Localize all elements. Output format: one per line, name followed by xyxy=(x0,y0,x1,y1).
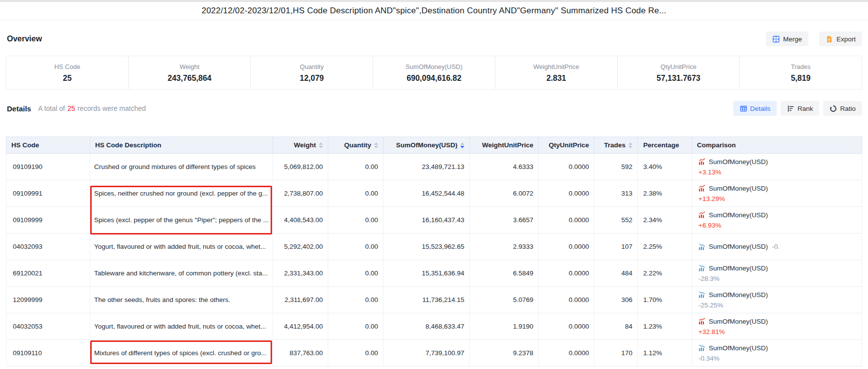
sort-desc-caret-icon[interactable] xyxy=(319,146,323,148)
cell-qty_unit_price: 0.0000 xyxy=(539,207,594,234)
sort-desc-caret-icon[interactable] xyxy=(460,146,464,148)
cell-description: Spices, neither crushed nor ground (excl… xyxy=(90,180,273,207)
cell-trades: 592 xyxy=(594,154,638,180)
stat-trades: Trades5,819 xyxy=(740,56,862,89)
comparison-change-value: +13.29% xyxy=(698,195,857,203)
cell-hs_code: 09109110 xyxy=(6,340,90,367)
column-header-comparison: Comparison xyxy=(692,137,862,154)
column-header-qty_unit_price: QtyUnitPrice xyxy=(539,137,594,154)
overview-heading: Overview xyxy=(7,34,42,43)
column-header-trades[interactable]: Trades xyxy=(594,137,638,154)
cell-weight_unit_price: 5.0769 xyxy=(470,287,539,313)
cell-weight_unit_price: 4.6333 xyxy=(470,154,539,180)
cell-percentage: 1.70% xyxy=(638,287,692,313)
stat-value: 243,765,864 xyxy=(129,74,250,83)
sort-carets-sum_of_money[interactable] xyxy=(460,142,464,148)
cell-hs_code: 04032093 xyxy=(6,234,90,260)
export-button[interactable]: Export xyxy=(819,32,862,46)
cell-quantity: 0.00 xyxy=(328,207,383,234)
cell-quantity: 0.00 xyxy=(328,340,383,367)
tab-ratio[interactable]: Ratio xyxy=(823,101,862,116)
cell-quantity: 0.00 xyxy=(328,180,383,207)
stat-weightunitprice: WeightUnitPrice2.831 xyxy=(495,56,618,89)
cell-trades: 306 xyxy=(594,287,638,313)
hs-code-summary-report-page: 2022/12/02-2023/12/01,HS Code Descriptio… xyxy=(0,0,868,369)
cell-trades: 484 xyxy=(594,260,638,287)
cell-percentage: 1.23% xyxy=(638,313,692,340)
column-label: Trades xyxy=(604,141,625,149)
comparison-change-value: +3.13% xyxy=(698,168,857,177)
trend-down-chart-icon xyxy=(698,265,706,271)
cell-description: Crushed or ground mixtures of different … xyxy=(90,154,273,180)
stat-value: 25 xyxy=(6,74,128,83)
table-header-row: HS CodeHS Code DescriptionWeightQuantity… xyxy=(6,137,862,154)
overview-stats-card: HS Code25Weight243,765,864Quantity12,079… xyxy=(6,56,862,90)
column-header-quantity[interactable]: Quantity xyxy=(328,137,383,154)
stat-value: 2.831 xyxy=(495,74,617,83)
sort-asc-caret-icon[interactable] xyxy=(319,142,323,145)
cell-weight_unit_price: 6.5849 xyxy=(470,260,539,287)
cell-comparison: SumOfMoney(USD)+32.81% xyxy=(692,313,862,340)
cell-quantity: 0.00 xyxy=(328,313,383,340)
tab-rank[interactable]: Rank xyxy=(781,101,820,116)
comparison-metric-label: SumOfMoney(USD) xyxy=(709,291,768,299)
merge-icon xyxy=(772,35,780,43)
column-header-sum_of_money[interactable]: SumOfMoney(USD) xyxy=(383,137,470,154)
tab-details[interactable]: Details xyxy=(733,101,777,116)
cell-sum_of_money: 15,523,962.65 xyxy=(383,234,470,260)
cell-qty_unit_price: 0.0000 xyxy=(539,287,594,313)
comparison-metric-label: SumOfMoney(USD) xyxy=(709,158,768,166)
comparison-metric-label: SumOfMoney(USD) xyxy=(709,344,768,352)
stat-weight: Weight243,765,864 xyxy=(129,56,251,89)
cell-comparison: SumOfMoney(USD)-0. xyxy=(692,234,862,260)
title-bar: 2022/12/02-2023/12/01,HS Code Descriptio… xyxy=(0,2,868,20)
hs-code-records-table: HS CodeHS Code DescriptionWeightQuantity… xyxy=(6,136,862,367)
header-actions: Merge Export xyxy=(766,32,862,46)
comparison-change-value: -0.34% xyxy=(698,354,857,363)
sort-asc-caret-icon[interactable] xyxy=(628,142,632,145)
cell-qty_unit_price: 0.0000 xyxy=(539,340,594,367)
sort-desc-caret-icon[interactable] xyxy=(628,146,632,148)
sort-carets-quantity[interactable] xyxy=(374,142,378,148)
stat-label: Weight xyxy=(129,63,250,70)
column-label: Comparison xyxy=(697,141,736,149)
cell-percentage: 2.34% xyxy=(638,207,692,234)
sort-asc-caret-icon[interactable] xyxy=(460,142,464,145)
overview-section-header: Overview Merge Export xyxy=(7,32,862,46)
page-title: 2022/12/02-2023/12/01,HS Code Descriptio… xyxy=(202,6,666,15)
cell-sum_of_money: 11,736,214.15 xyxy=(383,287,470,313)
cell-weight: 2,331,343.00 xyxy=(273,260,328,287)
records-summary: A total of25records were matched xyxy=(38,104,146,112)
column-header-hs_code: HS Code xyxy=(6,137,90,154)
stat-quantity: Quantity12,079 xyxy=(251,56,373,89)
cell-quantity: 0.00 xyxy=(328,287,383,313)
export-icon xyxy=(826,35,833,43)
summary-prefix: A total of xyxy=(38,104,65,112)
cell-trades: 107 xyxy=(594,234,638,260)
table-row-09109999: 09109999Spices (excl. pepper of the genu… xyxy=(6,207,862,234)
sort-asc-caret-icon[interactable] xyxy=(374,142,378,145)
column-header-weight[interactable]: Weight xyxy=(273,137,328,154)
cell-qty_unit_price: 0.0000 xyxy=(539,313,594,340)
cell-trades: 170 xyxy=(594,340,638,367)
tab-label: Details xyxy=(750,105,770,112)
table-row-09109991: 09109991Spices, neither crushed nor grou… xyxy=(6,180,862,207)
cell-percentage: 1.12% xyxy=(638,340,692,367)
cell-hs_code: 09109999 xyxy=(6,207,90,234)
cell-weight_unit_price: 2.9333 xyxy=(470,234,539,260)
summary-suffix: records were matched xyxy=(77,104,146,112)
cell-weight: 837,763.00 xyxy=(273,340,328,367)
cell-description: The other seeds, fruits and spores: the … xyxy=(90,287,273,313)
merge-button[interactable]: Merge xyxy=(766,32,808,46)
column-header-percentage: Percentage xyxy=(638,137,692,154)
sort-carets-weight[interactable] xyxy=(319,142,323,148)
stat-label: Trades xyxy=(740,63,862,70)
stat-value: 690,094,616.82 xyxy=(373,74,495,83)
sort-carets-trades[interactable] xyxy=(628,142,632,148)
sort-desc-caret-icon[interactable] xyxy=(374,146,378,148)
column-label: Quantity xyxy=(344,141,371,149)
table-row-04032093: 04032093Yogurt, flavoured or with added … xyxy=(6,234,862,260)
column-label: HS Code xyxy=(11,141,39,149)
table-row-69120021: 69120021Tableware and kitchenware, of co… xyxy=(6,260,862,287)
trend-up-chart-icon xyxy=(698,185,706,192)
